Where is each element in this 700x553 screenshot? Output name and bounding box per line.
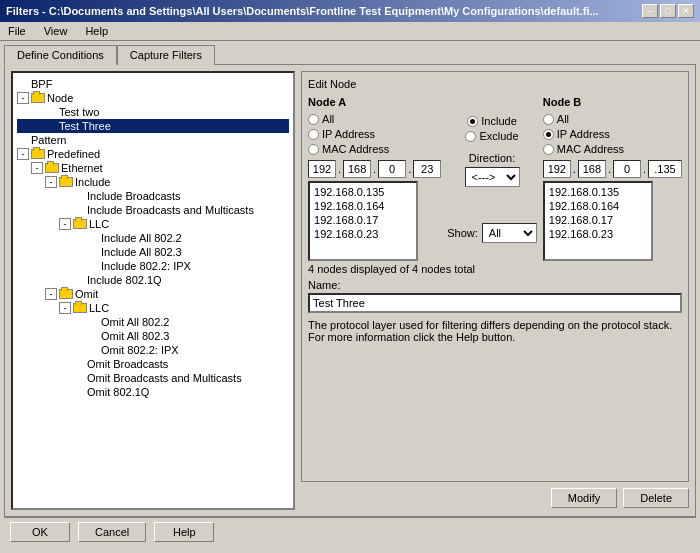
predefined-folder — [31, 149, 45, 159]
node-b-radio-all[interactable]: All — [543, 113, 682, 125]
tree-item-include-broadcasts[interactable]: Include Broadcasts — [17, 189, 289, 203]
bottom-buttons: OK Cancel Help — [4, 517, 696, 546]
tree-item-include-802-1q[interactable]: Include 802.1Q — [17, 273, 289, 287]
llc2-folder — [73, 303, 87, 313]
show-select[interactable]: All Selected — [482, 223, 537, 243]
node-folder-icon — [31, 93, 45, 103]
tabs-container: Define Conditions Capture Filters — [4, 45, 696, 65]
test-three-label: Test Three — [59, 120, 111, 132]
tree-item-include-802-2[interactable]: Include All 802.2 — [17, 231, 289, 245]
tree-item-omit-broadcasts-multicasts[interactable]: Omit Broadcasts and Multicasts — [17, 371, 289, 385]
tree-item-pattern: Pattern — [17, 133, 289, 147]
list-item[interactable]: 192.168.0.135 — [547, 185, 649, 199]
tree-item-include-802-2-ipx[interactable]: Include 802.2: IPX — [17, 259, 289, 273]
node-b-col: Node B All IP Address MAC Address — [543, 96, 682, 261]
tree-item-llc[interactable]: - LLC — [17, 217, 289, 231]
tab-define-conditions[interactable]: Define Conditions — [4, 45, 117, 65]
include-radio[interactable]: Include — [467, 115, 516, 127]
predefined-toggle[interactable]: - — [17, 148, 29, 160]
node-b-radio-ip[interactable]: IP Address — [543, 128, 682, 140]
tree-item-test-three[interactable]: Test Three — [17, 119, 289, 133]
tree-item-predefined[interactable]: - Predefined — [17, 147, 289, 161]
tree-item-include-broadcasts-multicasts[interactable]: Include Broadcasts and Multicasts — [17, 203, 289, 217]
menu-file[interactable]: File — [4, 24, 30, 38]
node-b-ip2[interactable] — [578, 160, 606, 178]
tree-item-llc2[interactable]: - LLC — [17, 301, 289, 315]
list-item[interactable]: 192.168.0.23 — [312, 227, 414, 241]
omit-broadcasts-multicasts-label: Omit Broadcasts and Multicasts — [87, 372, 242, 384]
node-a-radio-mac[interactable]: MAC Address — [308, 143, 441, 155]
tree-item-omit-802-2-ipx[interactable]: Omit 802.2: IPX — [17, 343, 289, 357]
pattern-label: Pattern — [31, 134, 66, 146]
node-b-ip3[interactable] — [613, 160, 641, 178]
help-button[interactable]: Help — [154, 522, 214, 542]
node-b-radio-mac[interactable]: MAC Address — [543, 143, 682, 155]
delete-button[interactable]: Delete — [623, 488, 689, 508]
edit-node-title: Edit Node — [308, 78, 682, 90]
list-item[interactable]: 192.168.0.164 — [312, 199, 414, 213]
include-toggle[interactable]: - — [45, 176, 57, 188]
node-a-ip4[interactable] — [413, 160, 441, 178]
exclude-radio[interactable]: Exclude — [465, 130, 518, 142]
include-802-1q-label: Include 802.1Q — [87, 274, 162, 286]
middle-col: Include Exclude Direction: <---> ---> — [447, 96, 537, 261]
llc-toggle[interactable]: - — [59, 218, 71, 230]
tree-item-ethernet[interactable]: - Ethernet — [17, 161, 289, 175]
node-a-ip3[interactable] — [378, 160, 406, 178]
node-toggle[interactable]: - — [17, 92, 29, 104]
maximize-button[interactable]: □ — [660, 4, 676, 18]
ethernet-toggle[interactable]: - — [31, 162, 43, 174]
node-a-list[interactable]: 192.168.0.135 192.168.0.164 192.168.0.17… — [308, 181, 418, 261]
omit-802-3-label: Omit All 802.3 — [101, 330, 169, 342]
menu-help[interactable]: Help — [81, 24, 112, 38]
tree-item-bpf: BPF — [17, 77, 289, 91]
modify-button[interactable]: Modify — [551, 488, 617, 508]
tree-item-omit-802-1q[interactable]: Omit 802.1Q — [17, 385, 289, 399]
tree-item-include[interactable]: - Include — [17, 175, 289, 189]
include-broadcasts-label: Include Broadcasts — [87, 190, 181, 202]
include-802-3-label: Include All 802.3 — [101, 246, 182, 258]
node-a-ip2[interactable] — [343, 160, 371, 178]
tree-item-include-802-3[interactable]: Include All 802.3 — [17, 245, 289, 259]
ok-button[interactable]: OK — [10, 522, 70, 542]
include-label: Include — [75, 176, 110, 188]
node-b-ip1[interactable] — [543, 160, 571, 178]
list-item[interactable]: 192.168.0.17 — [312, 213, 414, 227]
tab-content: BPF - Node Test two Test Three — [4, 64, 696, 517]
node-a-radio-all[interactable]: All — [308, 113, 441, 125]
edit-node-content: Node A All IP Address MAC Address — [308, 96, 682, 261]
omit-802-2-label: Omit All 802.2 — [101, 316, 169, 328]
tree-item-omit-802-2[interactable]: Omit All 802.2 — [17, 315, 289, 329]
list-item[interactable]: 192.168.0.164 — [547, 199, 649, 213]
node-a-radio-ip[interactable]: IP Address — [308, 128, 441, 140]
include-802-2-ipx-label: Include 802.2: IPX — [101, 260, 191, 272]
include-label: Include — [481, 115, 516, 127]
tree-item-omit-broadcasts[interactable]: Omit Broadcasts — [17, 357, 289, 371]
name-input[interactable] — [308, 293, 682, 313]
menu-view[interactable]: View — [40, 24, 72, 38]
close-button[interactable]: ✕ — [678, 4, 694, 18]
tree-item-omit[interactable]: - Omit — [17, 287, 289, 301]
list-item[interactable]: 192.168.0.135 — [312, 185, 414, 199]
tree-item-omit-802-3[interactable]: Omit All 802.3 — [17, 329, 289, 343]
test-two-label: Test two — [59, 106, 99, 118]
node-b-list[interactable]: 192.168.0.135 192.168.0.164 192.168.0.17… — [543, 181, 653, 261]
cancel-button[interactable]: Cancel — [78, 522, 146, 542]
llc-label: LLC — [89, 218, 109, 230]
minimize-button[interactable]: ─ — [642, 4, 658, 18]
node-a-ip1[interactable] — [308, 160, 336, 178]
node-a-col: Node A All IP Address MAC Address — [308, 96, 441, 261]
bpf-label: BPF — [31, 78, 52, 90]
list-item[interactable]: 192.168.0.17 — [547, 213, 649, 227]
omit-toggle[interactable]: - — [45, 288, 57, 300]
tree-item-node[interactable]: - Node — [17, 91, 289, 105]
tree-panel[interactable]: BPF - Node Test two Test Three — [11, 71, 295, 510]
direction-select[interactable]: <---> ---> <--- — [465, 167, 520, 187]
tree-item-test-two[interactable]: Test two — [17, 105, 289, 119]
list-item[interactable]: 192.168.0.23 — [547, 227, 649, 241]
llc2-toggle[interactable]: - — [59, 302, 71, 314]
tab-capture-filters[interactable]: Capture Filters — [117, 45, 215, 65]
node-b-ip4[interactable] — [648, 160, 682, 178]
ethernet-label: Ethernet — [61, 162, 103, 174]
include-folder — [59, 177, 73, 187]
